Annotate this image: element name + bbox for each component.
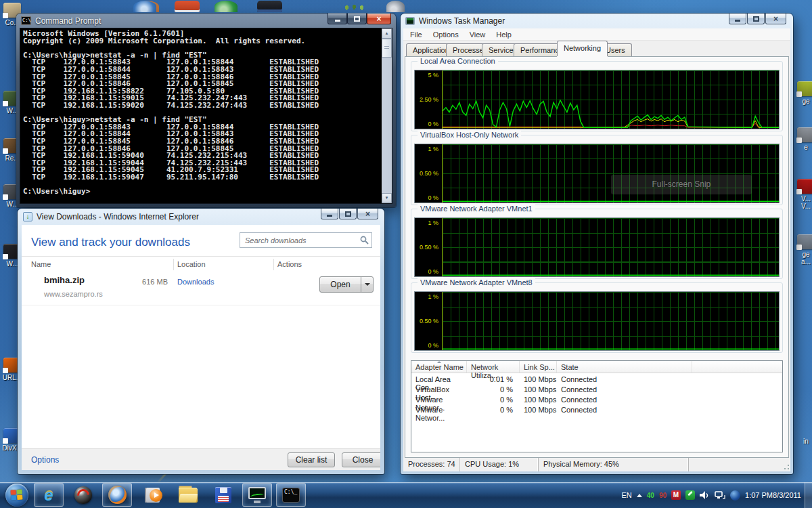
- header-link-speed[interactable]: Link Sp...: [520, 361, 557, 373]
- desktop-shortcut-icon[interactable]: V... V...: [794, 179, 812, 210]
- header-adapter-name[interactable]: Adapter Name: [411, 361, 467, 373]
- desktop-icon-partial[interactable]: [342, 1, 367, 12]
- tray-blue-ball-icon[interactable]: [730, 490, 740, 501]
- adapter-row[interactable]: VMware Networ...0 %100 MbpsConnected: [411, 395, 782, 405]
- resize-grip[interactable]: [782, 462, 790, 470]
- desktop-screen: Co...W...Re...W...W...URL...DivX... geeV…: [0, 0, 812, 508]
- desktop-icon-partial[interactable]: [386, 1, 405, 12]
- desktop-icon-partial[interactable]: [133, 1, 159, 12]
- menu-file[interactable]: File: [405, 30, 428, 39]
- search-input[interactable]: [240, 232, 372, 248]
- cmd-minimize-button[interactable]: [328, 14, 347, 24]
- tm-maximize-button[interactable]: [747, 14, 765, 24]
- groupbox-vmnet1: VMware Network Adapter VMnet1 1 % 0.50 %…: [411, 209, 783, 279]
- network-graph-local-area: 5 % 2.50 % 0 %: [414, 70, 780, 129]
- taskbar-media-player-button[interactable]: [139, 483, 168, 507]
- cmd-scrollbar[interactable]: ▲ ▼: [382, 28, 392, 203]
- clock[interactable]: 1:07 PM 8/3/2011: [745, 491, 801, 500]
- desktop-shortcut-icon[interactable]: e: [794, 127, 812, 151]
- tray-monitor-red-value[interactable]: 90: [659, 492, 667, 499]
- downloads-heading: View and track your downloads: [31, 236, 190, 249]
- networking-tab-page: Local Area Connection 5 % 2.50 % 0 % Vir…: [405, 56, 789, 458]
- open-dropdown-button[interactable]: [361, 276, 374, 293]
- adapter-row[interactable]: VMware Networ...0 %100 MbpsConnected: [411, 405, 782, 415]
- desktop-shortcut-icon[interactable]: ge: [794, 81, 812, 105]
- graph-plot-area: [442, 292, 779, 350]
- cmd-window-icon: C:\: [21, 16, 31, 25]
- header-network-utilization[interactable]: Network Utiliza...: [467, 361, 520, 373]
- taskbar-task-manager-button[interactable]: [242, 483, 272, 507]
- clock-time: 1:07 PM: [745, 491, 773, 500]
- desktop-icon-partial[interactable]: [215, 1, 238, 12]
- desktop-icon-partial[interactable]: [257, 1, 282, 12]
- folder-icon: [179, 488, 198, 503]
- tab-networking[interactable]: Networking: [557, 41, 608, 56]
- desktop-shortcut-icon[interactable]: in: [794, 436, 812, 445]
- adapter-table: Adapter Name Network Utiliza... Link Sp.…: [411, 360, 783, 452]
- search-icon[interactable]: [360, 236, 369, 245]
- ie-maximize-button[interactable]: [339, 209, 357, 219]
- clear-list-button[interactable]: Clear list: [288, 452, 335, 467]
- desktop-shortcut-icon[interactable]: ge a...: [794, 234, 812, 266]
- tm-tabstrip: Applications Processes Services Performa…: [403, 41, 790, 56]
- ie-close-button[interactable]: ×: [357, 209, 378, 219]
- adapter-cell: Connected: [557, 395, 692, 405]
- tray-monitor-green-value[interactable]: 40: [647, 492, 654, 499]
- adapter-cell: 0 %: [467, 395, 520, 405]
- y-axis-min-label: 0 %: [428, 342, 438, 349]
- taskbar-floppy-app-button[interactable]: [208, 483, 238, 507]
- menu-view[interactable]: View: [464, 30, 491, 39]
- shortcut-arrow-icon: [796, 245, 802, 250]
- adapter-row[interactable]: VirtualBox Host-...0 %100 MbpsConnected: [411, 385, 782, 395]
- taskbar-ie-button[interactable]: e: [34, 483, 64, 507]
- start-button[interactable]: [5, 484, 28, 507]
- scroll-down-button[interactable]: ▼: [382, 193, 392, 203]
- tm-minimize-button[interactable]: [729, 14, 746, 24]
- menu-help[interactable]: Help: [491, 30, 517, 39]
- volume-icon[interactable]: [700, 491, 710, 500]
- show-desktop-button[interactable]: [805, 482, 812, 508]
- tm-status-bar: Processes: 74 CPU Usage: 1% Physical Mem…: [403, 458, 790, 471]
- menu-options[interactable]: Options: [428, 30, 464, 39]
- download-location-link[interactable]: Downloads: [177, 278, 214, 286]
- adapter-cell: Local Area Con...: [411, 375, 467, 385]
- scroll-thumb[interactable]: [382, 39, 392, 58]
- windows-flag-icon: [10, 489, 23, 500]
- column-header-location[interactable]: Location: [177, 260, 206, 268]
- cmd-close-button[interactable]: ×: [367, 14, 391, 24]
- cmd-console[interactable]: Microsoft Windows [Version 6.1.7601] Cop…: [20, 28, 392, 204]
- show-hidden-icons-button[interactable]: [637, 494, 642, 497]
- adapter-cell: 100 Mbps: [520, 405, 557, 415]
- adapter-cell: 0.01 %: [467, 375, 520, 385]
- shortcut-arrow-icon: [3, 368, 8, 373]
- close-button[interactable]: Close: [342, 452, 380, 467]
- column-header-name[interactable]: Name: [31, 260, 51, 268]
- open-button[interactable]: Open: [319, 276, 361, 293]
- adapter-row[interactable]: Local Area Con...0.01 %100 MbpsConnected: [411, 375, 782, 385]
- tray-phone-app-icon[interactable]: [685, 490, 695, 500]
- shortcut-arrow-icon: [3, 254, 8, 259]
- download-file-name[interactable]: bmiha.zip: [44, 275, 85, 285]
- taskbar-firefox-button[interactable]: [102, 483, 132, 507]
- taskbar-cmd-button[interactable]: C:\_: [276, 483, 306, 507]
- options-link[interactable]: Options: [31, 455, 59, 465]
- network-icon[interactable]: [715, 491, 725, 500]
- language-indicator[interactable]: EN: [621, 491, 631, 499]
- tm-close-button[interactable]: ×: [765, 14, 786, 24]
- desktop-icon-partial[interactable]: [175, 1, 200, 12]
- task-manager-icon: [405, 17, 415, 25]
- ie-minimize-button[interactable]: [321, 209, 338, 219]
- cmd-maximize-button[interactable]: [347, 14, 367, 24]
- taskbar-media-app-button[interactable]: [68, 483, 98, 507]
- tray-m-app-icon[interactable]: M: [671, 490, 681, 500]
- y-axis-mid-label: 0.50 %: [420, 170, 438, 177]
- shortcut-arrow-icon: [3, 438, 8, 444]
- taskbar-explorer-button[interactable]: [173, 483, 203, 507]
- header-state[interactable]: State: [557, 361, 692, 373]
- status-cpu-usage: CPU Usage: 1%: [460, 458, 539, 471]
- shortcut-arrow-icon: [796, 189, 802, 194]
- ie-footer-bar: Options Clear list Close: [22, 448, 380, 470]
- column-header-actions: Actions: [277, 260, 302, 268]
- graph-plot-area: [442, 70, 779, 129]
- scroll-up-button[interactable]: ▲: [382, 28, 392, 39]
